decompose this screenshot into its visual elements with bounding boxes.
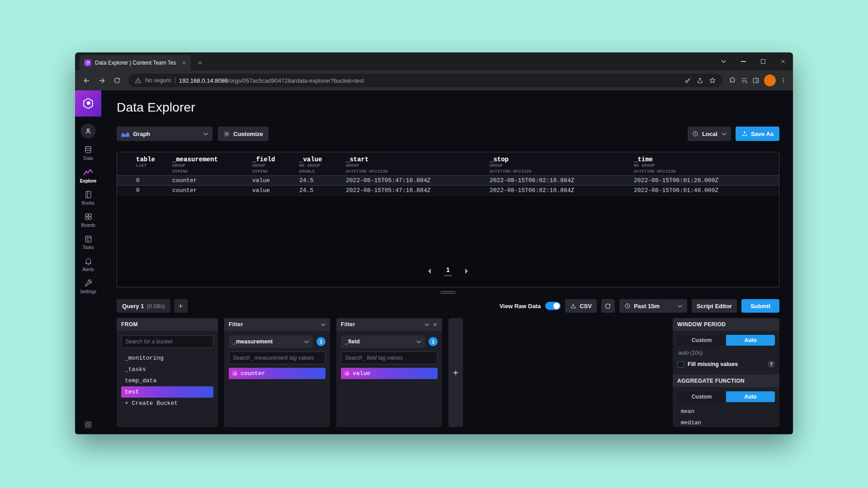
share-icon[interactable] [697, 77, 703, 84]
time-range-dropdown[interactable]: Past 15m [619, 299, 687, 313]
sidebar-item-explore[interactable]: Explore [75, 168, 101, 183]
user-avatar[interactable] [81, 124, 95, 138]
filter-card-header[interactable]: Filter [224, 318, 330, 331]
selected-dot-icon [232, 371, 237, 376]
tag-value-search-input[interactable] [341, 352, 438, 364]
side-panel-icon[interactable] [752, 77, 760, 84]
column-header: _start [346, 156, 490, 163]
bucket-selector-card: FROM _monitoring _tasks temp_data test +… [117, 318, 218, 427]
submit-button[interactable]: Submit [741, 299, 779, 313]
panel-resize-handle[interactable] [440, 291, 456, 294]
tag-value-selected[interactable]: counter [229, 368, 326, 379]
sidebar-item-books[interactable]: Books [75, 190, 101, 206]
key-icon[interactable] [684, 77, 691, 84]
influxdb-logo[interactable] [75, 90, 101, 117]
extensions-puzzle-icon[interactable] [729, 77, 736, 84]
influxdb-app: Data Explore Books [75, 90, 793, 434]
filter-key-dropdown[interactable]: _field [341, 335, 425, 348]
csv-button[interactable]: CSV [565, 299, 597, 313]
reload-icon[interactable] [110, 74, 124, 87]
add-query-button[interactable] [174, 299, 188, 313]
tab-search-chevron-icon[interactable] [713, 52, 733, 70]
query-tab[interactable]: Query 1 (0.08s) [117, 299, 170, 313]
aggregate-auto-button[interactable]: Auto [726, 391, 775, 402]
remove-filter-icon[interactable] [433, 322, 438, 327]
page-number[interactable]: 1 [444, 266, 452, 276]
download-icon [570, 303, 576, 309]
bucket-search-input[interactable] [121, 335, 213, 348]
page-prev-icon[interactable] [425, 266, 433, 276]
bucket-list: _monitoring _tasks temp_data test + Crea… [121, 352, 213, 409]
maximize-icon[interactable] [753, 52, 773, 70]
script-editor-button[interactable]: Script Editor [692, 299, 737, 313]
books-icon [84, 190, 93, 199]
selected-dot-icon [344, 371, 349, 376]
settings-wrench-icon [84, 279, 93, 287]
browser-tab[interactable]: Data Explorer | Content Team Tes [80, 55, 191, 70]
view-type-dropdown[interactable]: Graph [117, 127, 212, 141]
page-next-icon[interactable] [463, 266, 471, 276]
chevron-down-icon [722, 132, 726, 136]
collapse-nav-icon[interactable] [84, 421, 92, 429]
url-text: 192.168.0.14:8086/orgs/057ac5cad904728a/… [179, 77, 364, 84]
aggregate-function-item[interactable]: median [677, 418, 775, 427]
aggregate-function-list: mean median last [677, 406, 775, 427]
from-title: FROM [121, 321, 138, 328]
reading-list-icon[interactable] [741, 77, 748, 84]
help-icon[interactable]: ? [768, 361, 775, 368]
sidebar-item-label: Alerts [82, 267, 94, 272]
bucket-item[interactable]: _tasks [121, 364, 213, 375]
sidebar-item-settings[interactable]: Settings [75, 279, 101, 294]
query-duration: (0.08s) [146, 303, 165, 310]
refresh-button[interactable] [601, 299, 615, 313]
column-header: _field [252, 156, 299, 163]
sidebar-item-data[interactable]: Data [75, 145, 101, 161]
explore-icon [83, 168, 93, 177]
address-bar[interactable]: No seguro 192.168.0.14:8086/orgs/057ac5c… [128, 74, 722, 87]
new-tab-button[interactable] [193, 56, 206, 69]
builder-empty-space [469, 318, 666, 427]
sidebar-item-tasks[interactable]: Tasks [75, 235, 101, 250]
submit-label: Submit [750, 303, 770, 310]
window-period-custom-button[interactable]: Custom [677, 335, 726, 346]
fill-missing-values-checkbox[interactable] [677, 361, 684, 368]
sidebar-item-label: Boards [81, 223, 95, 228]
bookmark-star-icon[interactable] [709, 77, 716, 84]
profile-avatar[interactable] [764, 75, 776, 86]
tag-value-selected[interactable]: value [341, 368, 438, 379]
sidebar-item-label: Data [83, 156, 93, 161]
sidebar-item-boards[interactable]: Boards [75, 212, 101, 228]
aggregate-custom-button[interactable]: Custom [677, 391, 726, 402]
filter-key-dropdown[interactable]: _measurement [229, 335, 313, 348]
save-as-button[interactable]: Save As [736, 127, 779, 141]
customize-button[interactable]: Customize [218, 127, 269, 141]
view-raw-data-toggle[interactable] [545, 302, 561, 310]
script-editor-label: Script Editor [697, 303, 732, 310]
bucket-item[interactable]: _monitoring [121, 352, 213, 364]
window-controls [713, 52, 793, 70]
window-period-auto-button[interactable]: Auto [726, 335, 775, 346]
minimize-icon[interactable] [733, 52, 753, 70]
selected-count-badge: 1 [429, 337, 438, 346]
back-icon[interactable] [80, 74, 93, 87]
filter-title: Filter [229, 321, 243, 328]
bucket-item[interactable]: temp_data [121, 375, 213, 386]
menu-kebab-icon[interactable] [780, 77, 787, 84]
tab-close-icon[interactable] [182, 61, 186, 65]
tag-value-search-input[interactable] [229, 352, 326, 364]
aggregate-function-item[interactable]: mean [677, 406, 775, 417]
filter-card-header[interactable]: Filter [336, 318, 442, 331]
forward-icon[interactable] [95, 74, 108, 87]
sidebar-item-alerts[interactable]: Alerts [75, 257, 101, 272]
browser-toolbar: No seguro 192.168.0.14:8086/orgs/057ac5c… [75, 70, 793, 90]
add-filter-button[interactable] [448, 318, 463, 427]
timezone-dropdown[interactable]: Local [688, 127, 731, 141]
table-row: 0 counter value 24.5 2022-08-15T05:47:10… [117, 176, 779, 186]
create-bucket-button[interactable]: + Create Bucket [121, 398, 213, 409]
query-bar: Query 1 (0.08s) View Raw Data CSV [117, 299, 779, 313]
chevron-down-icon [678, 305, 682, 308]
filter-key-label: _measurement [233, 338, 273, 345]
close-icon[interactable] [773, 52, 793, 70]
bucket-item-selected[interactable]: test [121, 386, 213, 398]
chevron-down-icon [203, 132, 208, 136]
